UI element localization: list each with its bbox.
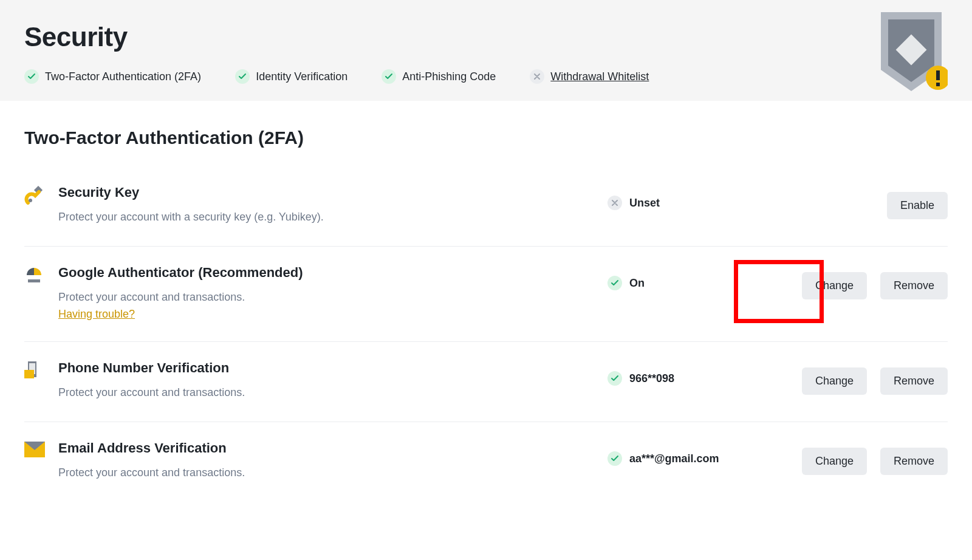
remove-button[interactable]: Remove — [880, 448, 948, 475]
change-button[interactable]: Change — [802, 448, 867, 475]
row-phone-verification: Phone Number Verification Protect your a… — [24, 342, 948, 422]
status-value: 966**098 — [629, 372, 674, 385]
status-label: Withdrawal Whitelist — [550, 70, 649, 83]
item-title: Email Address Verification — [58, 440, 595, 456]
change-button[interactable]: Change — [802, 367, 867, 395]
status-col: Unset — [608, 185, 790, 210]
status-value: aa***@gmail.com — [629, 452, 719, 465]
security-key-icon — [24, 185, 58, 209]
google-authenticator-icon — [24, 265, 58, 288]
status-row: Two-Factor Authentication (2FA) Identity… — [24, 69, 948, 84]
svg-rect-9 — [24, 370, 34, 378]
status-col: On — [608, 265, 790, 290]
page-title: Security — [24, 22, 948, 52]
item-title: Phone Number Verification — [58, 360, 595, 376]
status-item-2fa[interactable]: Two-Factor Authentication (2FA) — [24, 69, 201, 84]
status-label: Identity Verification — [256, 70, 347, 83]
x-icon — [608, 196, 622, 210]
svg-rect-2 — [936, 70, 940, 80]
svg-rect-6 — [28, 279, 40, 282]
status-col: 966**098 — [608, 360, 790, 386]
remove-button[interactable]: Remove — [880, 272, 948, 299]
status-item-withdrawal-whitelist[interactable]: Withdrawal Whitelist — [530, 69, 649, 84]
svg-point-5 — [29, 199, 32, 202]
row-email-verification: Email Address Verification Protect your … — [24, 422, 948, 502]
status-col: aa***@gmail.com — [608, 440, 790, 466]
email-icon — [24, 440, 58, 460]
row-security-key: Security Key Protect your account with a… — [24, 166, 948, 247]
content: Two-Factor Authentication (2FA) Security… — [0, 101, 972, 502]
having-trouble-link[interactable]: Having trouble? — [58, 308, 135, 321]
check-icon — [608, 276, 622, 290]
page-header: Security Two-Factor Authentication (2FA)… — [0, 0, 972, 101]
row-google-authenticator: Google Authenticator (Recommended) Prote… — [24, 247, 948, 342]
phone-icon — [24, 360, 58, 384]
status-value: Unset — [629, 197, 660, 210]
status-item-identity[interactable]: Identity Verification — [235, 69, 347, 84]
status-label: Two-Factor Authentication (2FA) — [45, 70, 201, 83]
check-icon — [608, 371, 622, 386]
status-label: Anti-Phishing Code — [402, 70, 496, 83]
check-icon — [608, 451, 622, 466]
change-button[interactable]: Change — [802, 272, 867, 299]
item-title: Security Key — [58, 185, 595, 200]
item-desc: Protect your account and transactions. — [58, 384, 595, 401]
status-item-antiphishing[interactable]: Anti-Phishing Code — [382, 69, 496, 84]
check-icon — [235, 69, 250, 84]
item-desc: Protect your account and transactions. — [58, 289, 595, 306]
x-icon — [530, 69, 544, 84]
svg-rect-3 — [936, 83, 940, 86]
item-title: Google Authenticator (Recommended) — [58, 265, 595, 281]
check-icon — [24, 69, 39, 84]
enable-button[interactable]: Enable — [887, 192, 948, 219]
item-desc: Protect your account and transactions. — [58, 465, 595, 481]
remove-button[interactable]: Remove — [880, 367, 948, 395]
check-icon — [382, 69, 396, 84]
section-title: Two-Factor Authentication (2FA) — [24, 128, 948, 148]
status-value: On — [629, 277, 645, 290]
item-desc: Protect your account with a security key… — [58, 209, 595, 225]
security-shield-icon — [875, 12, 948, 100]
